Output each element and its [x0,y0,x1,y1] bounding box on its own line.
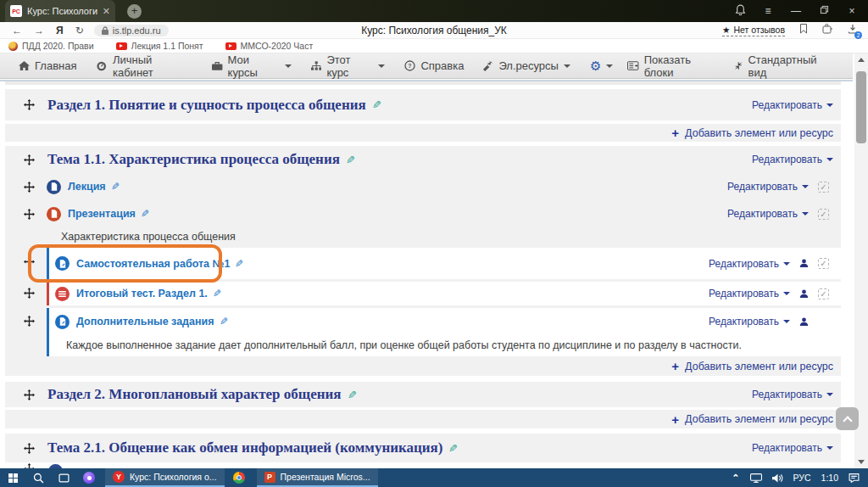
back-to-top-button[interactable] [836,407,859,430]
taskbar-search-button[interactable] [25,468,51,487]
browser-notifications-icon[interactable] [734,4,746,18]
move-icon[interactable] [24,154,35,165]
volume-icon[interactable] [772,473,783,483]
edit-title-pencil-icon[interactable]: ✎ [372,98,381,111]
back-button[interactable]: ← [12,25,22,36]
taskbar-app-yandex[interactable]: Y Курс: Психология о... [105,468,225,487]
activity-edit-menu[interactable]: Редактировать [727,208,809,220]
site-reviews-button[interactable]: ★ Нет отзывов [722,25,785,36]
yandex-button[interactable]: Я [56,25,64,36]
completion-checkbox[interactable]: ✓ [818,258,829,269]
completion-checkbox[interactable]: ✓ [818,288,829,299]
show-blocks-button[interactable]: Показать блоки [627,53,720,79]
move-icon[interactable] [24,182,35,193]
assign-roles-icon[interactable] [799,259,809,268]
browser-menu-icon[interactable]: ≡ [762,5,774,17]
chevron-down-icon [783,262,790,266]
section-edit-menu[interactable]: Редактировать [752,99,833,111]
admin-gear-menu[interactable]: ⚙ [590,59,613,72]
clock[interactable]: 1:10 [821,473,838,483]
network-icon[interactable] [750,473,762,483]
move-icon[interactable] [24,389,35,400]
move-icon[interactable] [24,288,35,299]
bookmark-flag-icon[interactable] [799,24,808,36]
section-title: Раздел 1. Понятие и сущность процесса об… [47,97,366,114]
edit-title-pencil-icon[interactable]: ✎ [448,442,458,455]
section-edit-menu[interactable]: Редактировать [752,389,833,400]
assign-roles-icon[interactable] [799,289,809,299]
browser-tab[interactable]: РС Курс: Психология общ ✕ [5,0,115,22]
section-edit-menu[interactable]: Редактировать [752,442,833,454]
task-view-button[interactable] [51,468,76,487]
edit-title-pencil-icon[interactable]: ✎ [348,389,357,401]
activity-edit-menu[interactable]: Редактировать [709,316,790,327]
nav-my-courses[interactable]: Мои курсы [212,53,292,79]
extensions-icon[interactable] [822,24,833,36]
activity-link[interactable]: Лекция [68,181,106,193]
assign-roles-icon[interactable] [799,317,809,327]
nav-eresources[interactable]: Эл.ресурсы [483,59,570,72]
nav-help[interactable]: ? Справка [404,59,464,72]
taskbar-app-powerpoint[interactable]: P Презентация Micros... [257,468,378,487]
scroll-up-arrow[interactable] [858,58,865,62]
add-activity-link[interactable]: + Добавить элемент или ресурс [5,124,841,142]
edit-pencil-icon[interactable]: ✎ [235,258,243,270]
plus-icon: + [671,413,679,426]
chrome-icon [233,472,245,484]
bookmark-item[interactable]: ПДД 2020. Прави [8,41,94,51]
activity-link[interactable]: Самостоятельная работа №1 [76,258,230,270]
home-icon [19,61,30,70]
edit-pencil-icon[interactable]: ✎ [141,208,149,220]
window-restore-button[interactable] [818,5,830,17]
action-center-icon[interactable] [849,473,860,483]
move-icon[interactable] [24,209,35,220]
edit-pencil-icon[interactable]: ✎ [111,181,120,193]
activity-edit-menu[interactable]: Редактировать [727,181,809,193]
scroll-down-arrow[interactable] [858,460,865,464]
edit-title-pencil-icon[interactable]: ✎ [346,154,355,166]
section-edit-menu[interactable]: Редактировать [752,154,833,165]
edit-pencil-icon[interactable]: ✎ [220,316,228,327]
compress-icon [734,61,743,70]
new-tab-button[interactable]: + [127,4,142,19]
window-minimize-button[interactable]: — [790,5,802,17]
move-icon[interactable] [24,443,35,454]
nav-home[interactable]: Главная [19,59,76,72]
add-activity-link[interactable]: + Добавить элемент или ресурс [5,410,841,428]
bookmarks-bar: ПДД 2020. Прави Лекция 1.1 Понят ММСО-20… [0,39,868,53]
help-icon: ? [404,60,415,71]
tab-close-icon[interactable]: ✕ [103,6,110,17]
tray-expand-icon[interactable]: ⌃ [732,473,739,484]
chevron-down-icon [802,212,809,216]
move-icon[interactable] [24,99,35,110]
bookmark-item[interactable]: Лекция 1.1 Понят [116,41,203,51]
edit-pencil-icon[interactable]: ✎ [213,288,221,299]
alice-assistant-button[interactable] [76,468,102,487]
nav-dashboard[interactable]: Личный кабинет [96,53,192,79]
bookmark-item[interactable]: ММСО-2020 Част [225,41,314,51]
completion-checkbox[interactable]: ✓ [818,182,829,193]
yandex-browser-icon: Y [113,471,125,483]
nav-this-course[interactable]: Этот курс [311,53,385,79]
forward-button[interactable]: → [34,25,44,36]
activity-edit-menu[interactable]: Редактировать [709,288,790,299]
activity-link[interactable]: Итоговый тест. Раздел 1. [76,288,208,299]
page-scrollbar[interactable] [854,53,868,468]
activity-edit-menu[interactable]: Редактировать [709,258,790,270]
language-indicator[interactable]: РУС [793,473,811,483]
start-button[interactable] [0,468,25,487]
scrollbar-thumb[interactable] [856,71,866,143]
url-box[interactable]: is.tlp.edu.ru [94,25,169,36]
move-icon[interactable] [24,256,35,267]
move-icon[interactable] [24,316,35,327]
window-close-button[interactable]: × [846,5,858,17]
add-activity-link[interactable]: + Добавить элемент или ресурс [5,358,841,374]
downloads-button[interactable]: 2 [848,24,858,36]
activity-link[interactable]: Презентация [68,208,136,220]
completion-checkbox[interactable]: ✓ [818,209,829,220]
activity-row-prezentacia: Презентация ✎ Редактировать ✓ [5,201,841,227]
activity-link[interactable]: Дополнительные задания [76,316,214,327]
reload-button[interactable]: ↻ [75,25,84,36]
standard-view-button[interactable]: Стандартный вид [734,53,834,79]
taskbar-app-chrome[interactable] [225,468,253,487]
